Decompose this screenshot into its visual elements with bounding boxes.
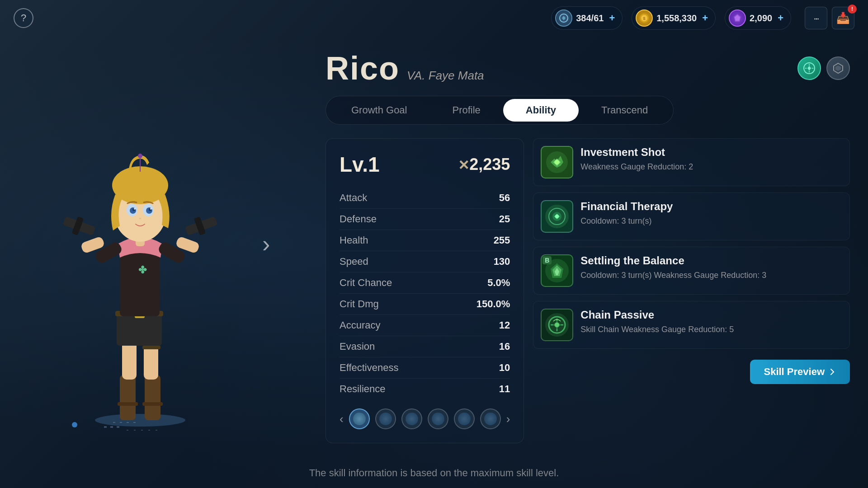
gems-plus[interactable]: + [778, 12, 783, 24]
stat-accuracy-name: Accuracy [340, 319, 380, 331]
stat-crit-dmg: Crit Dmg 150.0% [340, 294, 510, 315]
svg-point-41 [150, 208, 152, 210]
stats-list: Attack 56 Defense 25 Health 255 Speed 13… [340, 188, 510, 399]
skills-list: Investment Shot Weakness Gauge Reduction… [533, 138, 850, 349]
svg-point-55 [555, 215, 559, 218]
bottom-note: The skill information is based on the ma… [309, 467, 559, 479]
character-skill-icon-btn[interactable] [797, 56, 821, 80]
stat-attack-value: 56 [499, 192, 510, 204]
skill-preview-row: Skill Preview [533, 360, 850, 384]
stat-health: Health 255 [340, 230, 510, 251]
svg-text:✤: ✤ [138, 264, 147, 276]
gold-plus[interactable]: + [702, 12, 708, 24]
level-display: Lv.1 [340, 152, 380, 177]
skill-item-chain-passive[interactable]: Chain Passive Skill Chain Weakness Gauge… [533, 301, 850, 349]
stat-speed: Speed 130 [340, 251, 510, 272]
gold-value: 1,558,330 [656, 13, 697, 23]
options-icon [832, 62, 844, 75]
svg-rect-11 [145, 375, 160, 420]
stats-header: Lv.1 ✕2,235 [340, 152, 510, 177]
gems-resource: 2,090 + [725, 6, 791, 30]
tab-ability[interactable]: Ability [503, 99, 579, 122]
stat-defense-value: 25 [499, 213, 510, 225]
skill-item-investment-shot[interactable]: Investment Shot Weakness Gauge Reduction… [533, 138, 850, 186]
skill-dot-4[interactable] [428, 408, 448, 429]
svg-text:$: $ [643, 16, 646, 21]
skill-desc-chain-passive: Skill Chain Weakness Gauge Reduction: 5 [580, 324, 842, 335]
stamina-plus[interactable]: + [609, 12, 615, 24]
gold-resource: $ 1,558,330 + [632, 6, 716, 30]
stat-crit-dmg-name: Crit Dmg [340, 298, 379, 310]
svg-point-43 [72, 422, 77, 427]
stat-effectiveness-value: 10 [499, 362, 510, 374]
stamina-resource: 384/61 + [551, 6, 623, 30]
skill-icon-chain-passive [541, 309, 573, 341]
character-header: Rico VA. Faye Mata [307, 36, 868, 96]
skill-info-chain-passive: Chain Passive Skill Chain Weakness Gauge… [580, 309, 842, 335]
tab-profile[interactable]: Profile [430, 99, 503, 122]
stats-panel: Lv.1 ✕2,235 Attack 56 Defense 25 Health … [326, 138, 524, 443]
skill-dot-3[interactable] [401, 408, 422, 429]
stat-attack-name: Attack [340, 192, 367, 204]
svg-point-32 [138, 154, 142, 158]
skill-desc-investment-shot: Weakness Gauge Reduction: 2 [580, 161, 842, 173]
help-icon: ? [21, 12, 26, 24]
skill-desc-financial-therapy: Cooldown: 3 turn(s) [580, 216, 842, 227]
svg-rect-12 [118, 402, 138, 406]
main-panel: Rico VA. Faye Mata Growth Goal [307, 36, 868, 488]
tab-growth-goal[interactable]: Growth Goal [329, 99, 430, 122]
stat-crit-chance-name: Crit Chance [340, 277, 392, 289]
topbar-action-icons: ··· 📥 ! [805, 7, 854, 29]
stat-effectiveness: Effectiveness 10 [340, 357, 510, 379]
power-prefix: ✕ [458, 158, 469, 173]
skill-preview-button[interactable]: Skill Preview [750, 360, 850, 384]
skill-dot-5[interactable] [454, 408, 475, 429]
gem-icon [729, 9, 746, 27]
skill-name-chain-passive: Chain Passive [580, 309, 842, 321]
skill-item-financial-therapy[interactable]: Financial Therapy Cooldown: 3 turn(s) [533, 192, 850, 240]
svg-rect-10 [120, 375, 136, 420]
skill-dot-1[interactable] [349, 408, 370, 429]
help-button[interactable]: ? [14, 8, 33, 28]
stat-evasion-name: Evasion [340, 341, 375, 352]
character-name-area: Rico VA. Faye Mata [326, 50, 484, 87]
skill-item-settling-balance[interactable]: B Settling the Balance Cooldown: 3 turn(… [533, 247, 850, 295]
skill-dot-6[interactable] [480, 408, 501, 429]
character-header-icons [797, 56, 850, 80]
character-area: ✤ [0, 36, 280, 488]
svg-point-40 [134, 208, 136, 210]
skill-icon [803, 62, 816, 75]
skill-info-settling-balance: Settling the Balance Cooldown: 3 turn(s)… [580, 254, 842, 281]
svg-point-6 [95, 414, 185, 427]
svg-rect-13 [142, 402, 163, 406]
svg-rect-28 [142, 346, 160, 349]
stat-resilience: Resilience 11 [340, 379, 510, 399]
mail-button[interactable]: 📥 ! [832, 7, 854, 29]
stat-accuracy-value: 12 [499, 319, 510, 331]
skill-dots-next[interactable]: › [506, 412, 510, 426]
content-area: Lv.1 ✕2,235 Attack 56 Defense 25 Health … [307, 129, 868, 452]
skill-dot-2[interactable] [375, 408, 396, 429]
stat-defense: Defense 25 [340, 209, 510, 230]
stat-crit-chance: Crit Chance 5.0% [340, 272, 510, 294]
power-display: ✕2,235 [458, 155, 510, 174]
character-figure: ✤ [50, 86, 231, 438]
stat-health-name: Health [340, 235, 368, 246]
more-button[interactable]: ··· [805, 7, 827, 29]
skill-preview-label: Skill Preview [764, 366, 825, 378]
skill-badge-settling: B [542, 256, 552, 264]
stat-evasion-value: 16 [499, 341, 510, 352]
stat-speed-name: Speed [340, 256, 368, 267]
stat-attack: Attack 56 [340, 188, 510, 209]
stat-resilience-value: 11 [499, 383, 510, 395]
skill-info-financial-therapy: Financial Therapy Cooldown: 3 turn(s) [580, 200, 842, 227]
skill-icon-investment-shot [541, 146, 573, 178]
topbar-left: ? [14, 8, 33, 28]
skill-name-settling-balance: Settling the Balance [580, 254, 842, 267]
next-character-arrow[interactable]: › [262, 230, 270, 258]
stat-defense-name: Defense [340, 213, 377, 225]
stat-effectiveness-name: Effectiveness [340, 362, 398, 374]
tab-transcend[interactable]: Transcend [579, 99, 670, 122]
character-options-icon-btn[interactable] [826, 56, 850, 80]
skill-dots-prev[interactable]: ‹ [340, 412, 344, 426]
